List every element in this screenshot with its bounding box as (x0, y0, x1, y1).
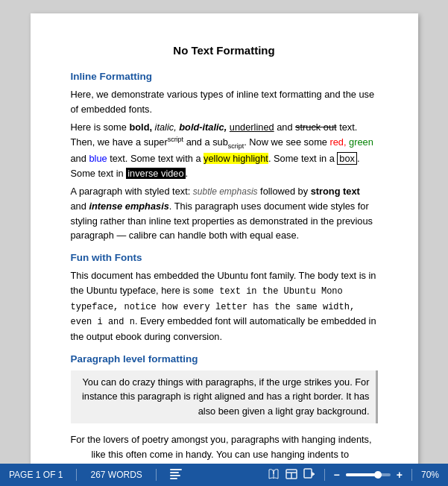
fonts-para-1: This document has embedded the Ubuntu fo… (71, 268, 378, 344)
right-aligned-block: You can do crazy things with paragraphs,… (71, 370, 378, 423)
status-divider-3 (411, 469, 412, 481)
bold-text: bold, (129, 122, 152, 133)
status-right: − + 70% (268, 468, 439, 482)
red-text: red, (329, 136, 346, 148)
italic-text: italic, (155, 122, 177, 133)
page-area: No Text Formatting Inline Formatting Her… (0, 0, 448, 464)
subscript-text: script (228, 142, 244, 149)
zoom-minus-button[interactable]: − (334, 469, 340, 481)
word-count-icon[interactable] (170, 469, 182, 482)
green-text: green (349, 136, 373, 148)
svg-rect-2 (170, 475, 180, 476)
svg-rect-8 (304, 469, 312, 478)
inline-para-3: A paragraph with styled text: subtle emp… (71, 184, 378, 243)
underlined-text: underlined (230, 122, 274, 133)
status-divider-zoom (324, 469, 325, 481)
svg-rect-3 (170, 478, 177, 479)
superscript-text: script (168, 136, 183, 143)
svg-rect-1 (170, 472, 179, 473)
status-divider-1 (76, 469, 77, 481)
inline-para-1: Here, we demonstrate various types of in… (71, 87, 378, 117)
status-bar: PAGE 1 OF 1 267 WORDS (0, 464, 448, 486)
document-page: No Text Formatting Inline Formatting Her… (31, 13, 418, 464)
inline-para-2: Here is some bold, italic, bold-italic, … (71, 120, 378, 181)
page-title: No Text Formatting (71, 42, 378, 59)
inverse-text: inverse video (126, 168, 185, 179)
subtle-emphasis-text: subtle emphasis (193, 186, 258, 197)
hanging-indent-para: For the lovers of poetry amongst you, pa… (71, 432, 378, 464)
blue-text: blue (89, 153, 107, 164)
zoom-slider-thumb (374, 471, 382, 479)
page-count: PAGE 1 OF 1 (9, 470, 63, 480)
strong-text: strong text (311, 186, 360, 197)
layout-icon[interactable] (285, 469, 297, 482)
intense-emphasis-text: intense emphasis (89, 201, 168, 212)
section-heading-inline: Inline Formatting (71, 69, 378, 85)
status-left: PAGE 1 OF 1 267 WORDS (9, 469, 268, 482)
word-count: 267 WORDS (90, 470, 142, 480)
zoom-plus-button[interactable]: + (397, 469, 403, 481)
status-divider-2 (156, 469, 157, 481)
zoom-level: 70% (421, 470, 439, 480)
boxed-text: box (337, 152, 357, 165)
bold-italic-text: bold-italic, (179, 122, 227, 133)
section-heading-fonts: Fun with Fonts (71, 250, 378, 266)
zoom-slider-fill (346, 473, 377, 476)
zoom-slider[interactable] (346, 473, 391, 476)
mono-text-sample: some text in the Ubuntu Mono typeface, n… (71, 286, 356, 327)
book-icon[interactable] (268, 468, 280, 482)
highlighted-text: yellow highlight (204, 153, 268, 164)
svg-rect-0 (170, 469, 182, 470)
strikethrough-text: struck out (295, 122, 336, 133)
section-heading-para-format: Paragraph level formatting (71, 352, 378, 367)
export-icon[interactable] (303, 468, 315, 482)
